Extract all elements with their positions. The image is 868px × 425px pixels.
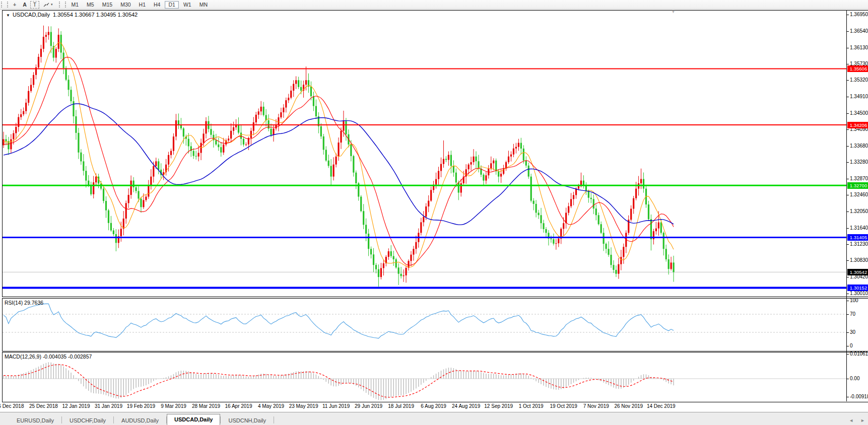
macd-panel[interactable] xyxy=(2,352,868,402)
crosshair-icon[interactable]: + xyxy=(10,1,19,9)
top-toolbar: + A T ▾ M1M5M15M30H1H4D1W1MN xyxy=(0,0,868,10)
toolbar-grip-icon xyxy=(59,2,66,8)
rsi-panel[interactable] xyxy=(2,298,868,351)
tab-scroll-left-icon[interactable]: ◄ xyxy=(849,418,853,423)
symbol-label: USDCAD,Daily xyxy=(13,12,50,18)
price-tick: 1.31640 xyxy=(850,225,868,231)
price-tick: 1.32870 xyxy=(850,176,868,182)
chevron-down-icon: ▾ xyxy=(51,3,53,7)
arrows-icon xyxy=(43,2,50,8)
rsi-tick: 30 xyxy=(850,329,868,335)
scroll-to-end-marker[interactable]: ▼ xyxy=(671,9,676,14)
tab-eurusd[interactable]: EURUSD,Daily xyxy=(9,415,61,425)
timeframe-button-group: M1M5M15M30H1H4D1W1MN xyxy=(68,1,212,9)
price-tick: 1.30830 xyxy=(850,257,868,263)
price-tick: 1.36130 xyxy=(850,45,868,51)
price-tick: 1.32460 xyxy=(850,192,868,198)
price-level-badge: 1.35606 xyxy=(847,65,868,72)
price-tick: 1.34500 xyxy=(850,110,868,116)
text-tool-button[interactable]: A xyxy=(20,1,29,9)
price-tick: 1.35320 xyxy=(850,77,868,83)
toolbar-grip-icon xyxy=(1,2,8,8)
timeframe-button-h1[interactable]: H1 xyxy=(136,1,149,9)
macd-tick: 0.010615 xyxy=(850,351,868,357)
price-tick: 1.33280 xyxy=(850,159,868,165)
tab-scroll-right-icon[interactable]: ► xyxy=(860,418,865,423)
chart-tab-bar: EURUSD,DailyUSDCHF,DailyAUDUSD,DailyUSDC… xyxy=(0,412,868,425)
price-tick: 1.31230 xyxy=(850,241,868,247)
price-axis-line xyxy=(846,10,847,401)
tab-usdchf[interactable]: USDCHF,Daily xyxy=(62,415,113,425)
macd-values: -0.004035 -0.002857 xyxy=(43,353,92,360)
price-tick: 1.36540 xyxy=(850,28,868,34)
rsi-tick: 0 xyxy=(850,343,868,349)
price-tick: 1.34910 xyxy=(850,94,868,100)
price-tick: 1.30010 xyxy=(850,291,868,297)
timeframe-button-d1[interactable]: D1 xyxy=(165,1,178,9)
price-level-badge: 1.32700 xyxy=(847,182,868,189)
shapes-tool-button[interactable]: ▾ xyxy=(40,1,55,9)
tab-usdcad[interactable]: USDCAD,Daily xyxy=(167,414,220,425)
tabs-holder: EURUSD,DailyUSDCHF,DailyAUDUSD,DailyUSDC… xyxy=(9,414,274,425)
macd-tick: -0.00918 xyxy=(850,394,868,400)
price-level-badge: 1.31405 xyxy=(847,234,868,241)
price-tick: 1.33680 xyxy=(850,143,868,149)
rsi-name: RSI(14) xyxy=(5,300,23,306)
timeframe-button-m15[interactable]: M15 xyxy=(99,1,116,9)
timeframe-button-mn[interactable]: MN xyxy=(196,1,211,9)
timeframe-button-m1[interactable]: M1 xyxy=(68,1,83,9)
rsi-tick: 70 xyxy=(850,311,868,317)
label-tool-button[interactable]: T xyxy=(30,1,39,9)
main-price-chart[interactable] xyxy=(2,10,868,297)
tab-usdcnh[interactable]: USDCNH,Daily xyxy=(221,415,274,425)
price-level-badge: 1.30542 xyxy=(847,269,868,275)
timeframe-button-h4[interactable]: H4 xyxy=(150,1,164,9)
timeframe-button-m30[interactable]: M30 xyxy=(117,1,134,9)
date-label: 14 Dec 2019 xyxy=(640,403,682,409)
tab-separator xyxy=(274,416,274,423)
symbol-dropdown-arrow[interactable]: ▼ xyxy=(6,13,10,18)
tab-audusd[interactable]: AUDUSD,Daily xyxy=(114,415,166,425)
rsi-value: 29.7636 xyxy=(24,300,43,306)
chart-title: ▼USDCAD,Daily 1.30554 1.30667 1.30495 1.… xyxy=(6,12,138,18)
macd-indicator-label: MACD(12,26,9) -0.004035 -0.002857 xyxy=(5,353,92,360)
price-level-badge: 1.30152 xyxy=(847,285,868,291)
macd-name: MACD(12,26,9) xyxy=(5,353,41,360)
rsi-tick: 100 xyxy=(850,298,868,304)
price-tick: 1.36950 xyxy=(850,12,868,18)
price-tick: 1.32050 xyxy=(850,208,868,215)
timeframe-button-w1[interactable]: W1 xyxy=(180,1,195,9)
macd-tick: 0.00 xyxy=(850,376,868,382)
ohlc-values: 1.30554 1.30667 1.30495 1.30542 xyxy=(53,12,138,18)
price-level-badge: 1.34206 xyxy=(847,122,868,128)
timeframe-button-m5[interactable]: M5 xyxy=(83,1,98,9)
rsi-indicator-label: RSI(14) 29.7636 xyxy=(5,300,43,306)
